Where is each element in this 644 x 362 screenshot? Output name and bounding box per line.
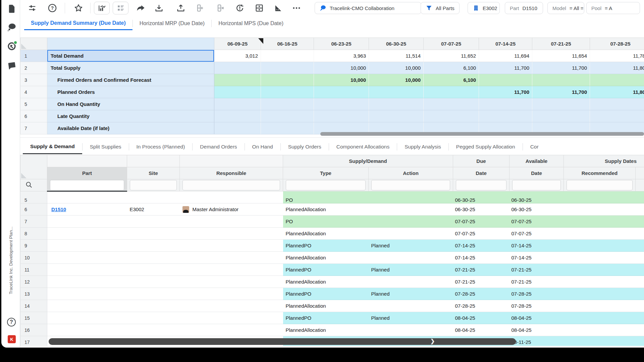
type-cell[interactable]: PlannedAllocation xyxy=(283,252,369,264)
type-cell[interactable]: PO xyxy=(283,216,369,228)
part-cell[interactable] xyxy=(47,264,127,276)
date-column-header[interactable]: 06-16-25 xyxy=(261,38,314,50)
split-view-icon[interactable] xyxy=(255,3,264,13)
tab-supply-demand-summary-due-date-[interactable]: Supply Demand Summary (Due Date) xyxy=(24,17,132,30)
chart-view-button[interactable] xyxy=(94,2,110,14)
part-cell[interactable] xyxy=(47,288,127,300)
row-number-cell[interactable]: 16 xyxy=(20,324,47,336)
recommended-cell[interactable] xyxy=(564,240,636,252)
extra-cell[interactable] xyxy=(636,288,644,300)
action-cell[interactable]: Planned xyxy=(369,288,453,300)
row-number-cell[interactable]: 5 xyxy=(20,98,47,110)
value-cell[interactable]: 11,654 xyxy=(532,50,590,62)
available-date-cell[interactable]: 08-04-25 xyxy=(509,324,564,336)
collaboration-button[interactable]: Tracelink-CMO Collaboration xyxy=(315,2,421,14)
value-cell[interactable]: 10,000 xyxy=(314,74,369,86)
date-column-header[interactable]: 07-21-25 xyxy=(532,38,590,50)
filter-input-recommended[interactable] xyxy=(567,180,633,190)
type-cell[interactable]: PO xyxy=(283,191,369,203)
available-date-cell[interactable]: 06-30-25 xyxy=(509,191,564,203)
type-cell[interactable]: PlannedPO xyxy=(283,312,369,324)
add-column-icon[interactable] xyxy=(195,3,205,13)
type-cell[interactable]: PlannedPO xyxy=(283,288,369,300)
value-cell[interactable] xyxy=(479,74,532,86)
row-number-cell[interactable]: 5 xyxy=(20,191,47,203)
action-cell[interactable] xyxy=(369,324,453,336)
value-cell[interactable]: 6,100 xyxy=(424,62,479,74)
more-options-icon[interactable] xyxy=(292,3,301,13)
recommended-cell[interactable] xyxy=(564,288,636,300)
value-cell[interactable] xyxy=(214,98,261,110)
recommended-cell[interactable] xyxy=(564,264,636,276)
action-cell[interactable]: Planned xyxy=(369,264,453,276)
comment-bubble-icon[interactable] xyxy=(7,23,16,32)
settings-sliders-icon[interactable] xyxy=(28,3,37,13)
type-cell[interactable]: PlannedPO xyxy=(283,240,369,252)
tab-supply-demand[interactable]: Supply & Demand xyxy=(23,139,82,154)
tab-supply-analysis[interactable]: Supply Analysis xyxy=(397,139,448,154)
action-cell[interactable]: Planned xyxy=(369,240,453,252)
value-cell[interactable] xyxy=(479,98,532,110)
responsible-cell[interactable] xyxy=(180,300,283,312)
recommended-cell[interactable] xyxy=(564,276,636,288)
value-cell[interactable] xyxy=(314,98,369,110)
row-number-cell[interactable]: 15 xyxy=(20,312,47,324)
value-cell[interactable] xyxy=(261,74,314,86)
extra-cell[interactable] xyxy=(636,252,644,264)
value-cell[interactable] xyxy=(314,110,369,122)
value-cell[interactable]: 10,000 xyxy=(369,62,424,74)
pool-selector-button[interactable]: Pool = A xyxy=(586,2,640,14)
site-cell[interactable] xyxy=(127,264,180,276)
value-cell[interactable]: 11,700 xyxy=(532,62,590,74)
delete-column-icon[interactable] xyxy=(216,3,225,13)
row-number-cell[interactable]: 17 xyxy=(20,336,47,346)
type-cell[interactable]: PlannedAllocation xyxy=(283,228,369,240)
tab-cor[interactable]: Cor xyxy=(523,139,546,154)
value-cell[interactable]: 11,700 xyxy=(479,62,532,74)
value-cell[interactable]: 3,012 xyxy=(214,50,261,62)
responsible-cell[interactable] xyxy=(180,216,283,228)
recommended-cell[interactable] xyxy=(564,312,636,324)
value-cell[interactable]: 6,100 xyxy=(424,74,479,86)
row-number-cell[interactable]: 8 xyxy=(20,228,47,240)
value-cell[interactable] xyxy=(369,98,424,110)
tab-in-process-planned-[interactable]: In Process (Planned) xyxy=(129,139,193,154)
due-date-cell[interactable]: 07-07-25 xyxy=(453,228,509,240)
group-header-available[interactable]: Available xyxy=(509,155,564,167)
detail-grid-horizontal-scrollbar[interactable] xyxy=(49,338,516,345)
extra-cell[interactable] xyxy=(636,264,644,276)
type-cell[interactable]: PlannedAllocation xyxy=(283,203,369,216)
responsible-cell[interactable] xyxy=(180,228,283,240)
value-cell[interactable] xyxy=(590,98,644,110)
row-label-cell[interactable]: Planned Orders xyxy=(47,86,214,98)
tab-pegged-supply-allocation[interactable]: Pegged Supply Allocation xyxy=(449,139,523,154)
recommended-cell[interactable] xyxy=(564,203,636,216)
responsible-cell[interactable] xyxy=(180,288,283,300)
part-cell[interactable] xyxy=(47,252,127,264)
extra-cell[interactable] xyxy=(636,216,644,228)
due-date-cell[interactable]: 08-04-25 xyxy=(453,324,509,336)
extra-cell[interactable] xyxy=(636,191,644,203)
extra-cell[interactable] xyxy=(636,300,644,312)
available-date-cell[interactable]: 07-21-25 xyxy=(509,276,564,288)
site-cell[interactable] xyxy=(127,252,180,264)
site-cell[interactable] xyxy=(127,228,180,240)
group-header-due[interactable]: Due xyxy=(453,155,509,167)
list-view-button[interactable] xyxy=(113,2,128,14)
row-number-cell[interactable]: 7 xyxy=(20,216,47,228)
value-cell[interactable]: 10,000 xyxy=(314,62,369,74)
value-cell[interactable] xyxy=(261,62,314,74)
part-cell[interactable] xyxy=(47,228,127,240)
value-cell[interactable] xyxy=(590,74,644,86)
part-cell[interactable] xyxy=(47,216,127,228)
site-cell[interactable] xyxy=(127,191,180,203)
column-header-recommended[interactable]: Recommended xyxy=(564,167,636,179)
value-cell[interactable] xyxy=(424,98,479,110)
row-number-cell[interactable]: 3 xyxy=(20,74,47,86)
recommended-cell[interactable] xyxy=(564,252,636,264)
row-number-cell[interactable]: 14 xyxy=(20,300,47,312)
available-date-cell[interactable]: 07-07-25 xyxy=(509,228,564,240)
type-cell[interactable]: PlannedAllocation xyxy=(283,276,369,288)
tab-on-hand[interactable]: On Hand xyxy=(245,139,280,154)
value-cell[interactable] xyxy=(532,110,590,122)
